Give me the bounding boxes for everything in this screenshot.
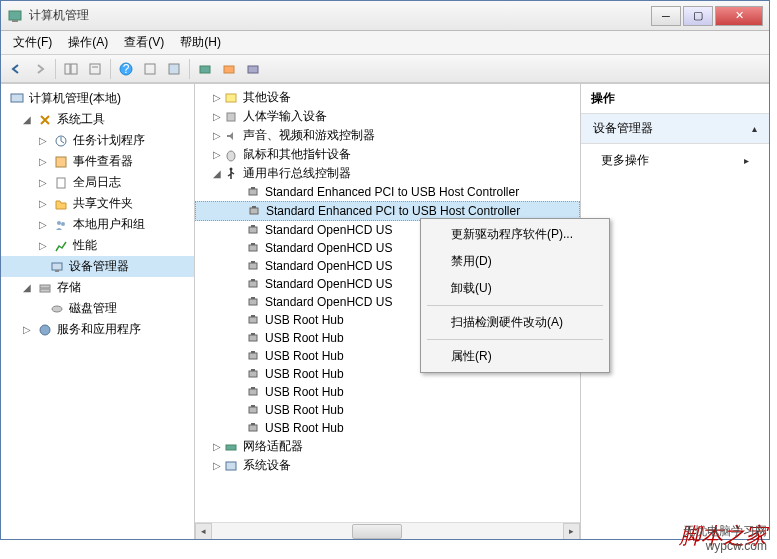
device-category[interactable]: ▷网络适配器 [195, 437, 580, 456]
tree-disk-mgmt[interactable]: 磁盘管理 [1, 298, 194, 319]
device-category-usb[interactable]: ◢通用串行总线控制器 [195, 164, 580, 183]
device-label: 通用串行总线控制器 [243, 165, 351, 182]
context-menu-item[interactable]: 属性(R) [423, 343, 607, 370]
collapse-icon[interactable]: ◢ [21, 282, 33, 293]
device-label: 网络适配器 [243, 438, 303, 455]
device-label: USB Root Hub [265, 313, 344, 327]
context-menu-item[interactable]: 扫描检测硬件改动(A) [423, 309, 607, 336]
tree-storage[interactable]: ◢ 存储 [1, 277, 194, 298]
tree-services[interactable]: ▷ 服务和应用程序 [1, 319, 194, 340]
device-category[interactable]: ▷声音、视频和游戏控制器 [195, 126, 580, 145]
expand-icon[interactable]: ▷ [37, 219, 49, 230]
usb-controller-icon [245, 258, 261, 274]
scroll-right-button[interactable]: ▸ [563, 523, 580, 540]
properties-button[interactable] [84, 58, 106, 80]
scroll-track[interactable] [212, 523, 563, 540]
toolbar-separator [189, 59, 190, 79]
svg-rect-0 [9, 11, 21, 20]
svg-rect-29 [249, 189, 257, 195]
collapse-icon[interactable]: ◢ [21, 114, 33, 125]
scan-hardware-button[interactable] [194, 58, 216, 80]
more-actions[interactable]: 更多操作 ▸ [581, 144, 769, 177]
minimize-button[interactable]: ─ [651, 6, 681, 26]
usb-controller-icon [245, 276, 261, 292]
forward-button[interactable] [29, 58, 51, 80]
svg-rect-43 [249, 317, 257, 323]
tree-label: 服务和应用程序 [57, 321, 141, 338]
tree-performance[interactable]: ▷ 性能 [1, 235, 194, 256]
expand-icon[interactable]: ▷ [37, 156, 49, 167]
performance-icon [53, 238, 69, 254]
usb-device-item[interactable]: Standard Enhanced PCI to USB Host Contro… [195, 183, 580, 201]
svg-rect-42 [251, 297, 255, 299]
svg-rect-46 [251, 333, 255, 335]
expand-icon[interactable]: ▷ [211, 460, 223, 471]
back-button[interactable] [5, 58, 27, 80]
device-category[interactable]: ▷人体学输入设备 [195, 107, 580, 126]
tree-label: 任务计划程序 [73, 132, 145, 149]
collapse-icon[interactable]: ◢ [211, 168, 223, 179]
device-label: 人体学输入设备 [243, 108, 327, 125]
context-menu-item[interactable]: 卸载(U) [423, 275, 607, 302]
svg-point-23 [52, 306, 62, 312]
tree-task-scheduler[interactable]: ▷ 任务计划程序 [1, 130, 194, 151]
usb-controller-icon [245, 184, 261, 200]
horizontal-scrollbar[interactable]: ◂ ▸ [195, 522, 580, 539]
actions-header: 操作 [581, 84, 769, 114]
help-button[interactable]: ? [115, 58, 137, 80]
svg-rect-37 [249, 263, 257, 269]
show-hide-tree-button[interactable] [60, 58, 82, 80]
toolbar-button[interactable] [242, 58, 264, 80]
window-title: 计算机管理 [29, 7, 651, 24]
expand-icon[interactable]: ▷ [211, 111, 223, 122]
tree-global-logs[interactable]: ▷ 全局日志 [1, 172, 194, 193]
watermark: 无忧电脑学习网 wypcw.com [683, 524, 767, 553]
tree-system-tools[interactable]: ◢ 系统工具 [1, 109, 194, 130]
context-menu-separator [427, 305, 603, 306]
actions-section[interactable]: 设备管理器 ▴ [581, 114, 769, 144]
scroll-thumb[interactable] [352, 524, 402, 539]
tree-shared-folders[interactable]: ▷ 共享文件夹 [1, 193, 194, 214]
expand-icon[interactable]: ▷ [37, 240, 49, 251]
usb-device-item[interactable]: USB Root Hub [195, 383, 580, 401]
usb-controller-icon [245, 294, 261, 310]
close-button[interactable]: ✕ [715, 6, 763, 26]
usb-device-item[interactable]: USB Root Hub [195, 401, 580, 419]
menu-action[interactable]: 操作(A) [60, 31, 116, 54]
tree-root[interactable]: 计算机管理(本地) [1, 88, 194, 109]
expand-icon[interactable]: ▷ [21, 324, 33, 335]
toolbar-separator [55, 59, 56, 79]
expand-icon[interactable]: ▷ [211, 149, 223, 160]
tree-event-viewer[interactable]: ▷ 事件查看器 [1, 151, 194, 172]
svg-rect-30 [251, 187, 255, 189]
expand-icon[interactable]: ▷ [37, 177, 49, 188]
menu-file[interactable]: 文件(F) [5, 31, 60, 54]
usb-controller-icon [245, 222, 261, 238]
expand-icon[interactable]: ▷ [211, 92, 223, 103]
menu-help[interactable]: 帮助(H) [172, 31, 229, 54]
left-tree-pane[interactable]: 计算机管理(本地) ◢ 系统工具 ▷ 任务计划程序 ▷ 事件查看器 ▷ 全局日志 [1, 84, 195, 539]
tree-label: 存储 [57, 279, 81, 296]
device-category[interactable]: ▷鼠标和其他指针设备 [195, 145, 580, 164]
toolbar-button[interactable] [218, 58, 240, 80]
menu-view[interactable]: 查看(V) [116, 31, 172, 54]
usb-device-item[interactable]: USB Root Hub [195, 419, 580, 437]
context-menu-item[interactable]: 禁用(D) [423, 248, 607, 275]
device-category[interactable]: ▷系统设备 [195, 456, 580, 475]
context-menu-item[interactable]: 更新驱动程序软件(P)... [423, 221, 607, 248]
device-category[interactable]: ▷其他设备 [195, 88, 580, 107]
svg-rect-33 [249, 227, 257, 233]
scroll-left-button[interactable]: ◂ [195, 523, 212, 540]
maximize-button[interactable]: ▢ [683, 6, 713, 26]
expand-icon[interactable]: ▷ [37, 198, 49, 209]
expand-icon[interactable]: ▷ [211, 130, 223, 141]
toolbar-button[interactable] [139, 58, 161, 80]
toolbar-separator [110, 59, 111, 79]
toolbar-button[interactable] [163, 58, 185, 80]
svg-rect-9 [169, 64, 179, 74]
tree-device-manager[interactable]: 设备管理器 [1, 256, 194, 277]
expand-icon[interactable]: ▷ [37, 135, 49, 146]
expand-icon[interactable]: ▷ [211, 441, 223, 452]
tree-local-users[interactable]: ▷ 本地用户和组 [1, 214, 194, 235]
tree-label: 事件查看器 [73, 153, 133, 170]
